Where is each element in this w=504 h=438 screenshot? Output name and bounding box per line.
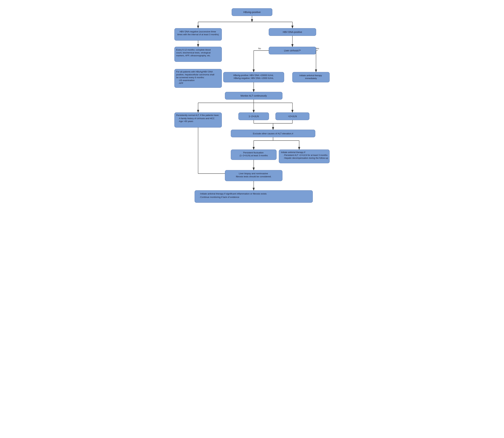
yes-label: Yes [315,47,319,50]
liver-cirrhosis-node: Liver cirrhosis?* [284,49,301,52]
exclude-causes-node: Exclude other causes of ALT elevation.# [253,132,293,135]
monitoring-node: Every 6-12 months: complete blood count,… [176,49,211,57]
flowchart-svg: HBsAg-positive HBV DNA-negative (success… [171,5,333,221]
monitor-alt-node: Monitor ALT continuously [241,94,267,97]
no-label: No [258,47,261,50]
dna-positive-node: HBV DNA-positive [283,31,302,33]
start-node: HBsAg-positive [243,11,261,13]
uln-1-2-node: 1~2×ULN [249,115,259,118]
uln-2plus-node: >2×ULN [288,115,297,118]
flowchart-container: HBsAg-positive HBV DNA-negative (success… [171,5,333,221]
